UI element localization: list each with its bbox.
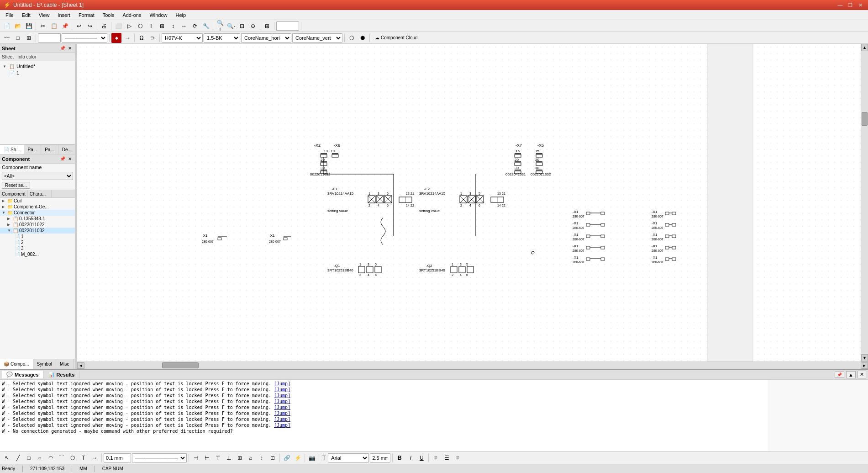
component-tool[interactable]: □ — [13, 33, 23, 43]
tree-pin-1[interactable]: 📄 1 — [0, 234, 75, 239]
tree-0022011022[interactable]: ▶ 📋 0022011022 — [0, 222, 75, 228]
menu-format[interactable]: Format — [75, 11, 98, 19]
draw-text-btn[interactable]: T — [79, 453, 89, 463]
draw-tool-4[interactable]: ⊥ — [224, 453, 234, 463]
c1-expand[interactable]: ▶ — [7, 217, 12, 221]
cut-button[interactable]: ✂ — [38, 21, 48, 31]
maximize-button[interactable]: ❐ — [846, 1, 854, 9]
msg-jump-3[interactable]: [Jump] — [274, 393, 290, 398]
tab-symbol[interactable]: Symbol — [33, 359, 56, 369]
close-button[interactable]: ✕ — [856, 1, 864, 9]
wire-tool[interactable]: 〰 — [2, 33, 12, 43]
expand-arrow[interactable]: ▼ — [3, 64, 7, 69]
msg-jump-2[interactable]: [Jump] — [274, 387, 290, 392]
draw-rect-btn[interactable]: □ — [24, 453, 34, 463]
draw-circle-btn[interactable]: ○ — [35, 453, 45, 463]
menu-help[interactable]: Help — [172, 11, 190, 19]
compge-expand[interactable]: ▶ — [2, 205, 6, 209]
open-button[interactable]: 📂 — [13, 21, 23, 31]
msg-jump-8[interactable]: [Jump] — [274, 423, 290, 428]
copy-button[interactable]: 📋 — [49, 21, 59, 31]
reset-button[interactable]: Reset se... — [2, 182, 30, 189]
component-panel-pin[interactable]: 📌 — [59, 156, 66, 162]
menu-window[interactable]: Window — [146, 11, 171, 19]
tab-results[interactable]: 📊 Results — [44, 371, 80, 378]
tab-de[interactable]: De... — [58, 145, 75, 154]
align-left-btn[interactable]: ≡ — [431, 453, 441, 463]
draw-tool-10[interactable]: ⚡ — [293, 453, 303, 463]
msg-jump-1[interactable]: [Jump] — [274, 381, 290, 386]
core-name-hori-select[interactable]: CoreName_hori — [241, 33, 291, 43]
sheet-panel-close[interactable]: ✕ — [67, 45, 73, 52]
component-name-select[interactable]: <All> — [2, 172, 73, 180]
tree-pin-3[interactable]: 📄 3 — [0, 245, 75, 251]
tab-messages[interactable]: 💬 Messages — [2, 371, 44, 378]
tree-m002[interactable]: 📄 M_002... — [0, 251, 75, 257]
route2-btn[interactable]: ⬢ — [358, 33, 368, 43]
tb-btn-6[interactable]: ↕ — [168, 21, 178, 31]
tab-sheet[interactable]: 📄 Sh... — [0, 145, 24, 154]
save-button[interactable]: 💾 — [24, 21, 34, 31]
minimize-button[interactable]: — — [836, 1, 844, 9]
cable-type-select[interactable]: H07V-K — [162, 33, 203, 43]
draw-select-btn[interactable]: ↖ — [2, 453, 12, 463]
v-scrollbar[interactable]: ▲ ▼ — [861, 44, 868, 361]
h-scrollbar[interactable]: ◄ ► — [77, 361, 868, 369]
scroll-left-button[interactable]: ◄ — [77, 362, 84, 369]
menu-addons[interactable]: Add-ons — [119, 11, 145, 19]
draw-tool-2[interactable]: ⊢ — [202, 453, 212, 463]
zoom-reset-button[interactable]: ⊙ — [248, 21, 258, 31]
text-size-input[interactable] — [370, 453, 390, 462]
menu-file[interactable]: File — [2, 11, 17, 19]
paste-button[interactable]: 📌 — [60, 21, 70, 31]
tb-btn-3[interactable]: ⬡ — [135, 21, 145, 31]
mm-input[interactable]: 0 mm — [276, 21, 299, 31]
tree-0022011032[interactable]: ▼ 📋 0022011032 — [0, 228, 75, 234]
sheet-panel-pin[interactable]: 📌 — [59, 45, 66, 52]
tree-connector[interactable]: ▼ 📁 Connector — [0, 210, 75, 216]
symbol-btn[interactable]: Ω — [137, 33, 147, 43]
tb-btn-8[interactable]: ⟳ — [190, 21, 200, 31]
tb-btn-7[interactable]: ↔ — [179, 21, 189, 31]
component-cloud-btn[interactable]: ☁ Component Cloud — [372, 33, 421, 43]
v-scroll-thumb[interactable] — [862, 112, 868, 126]
route-btn[interactable]: ⬡ — [347, 33, 357, 43]
scroll-right-button[interactable]: ► — [861, 362, 868, 369]
undo-button[interactable]: ↩ — [74, 21, 84, 31]
print-button[interactable]: 🖨 — [99, 21, 109, 31]
draw-arrow-btn[interactable]: → — [89, 453, 100, 463]
draw-line-style-select[interactable]: ───────────── — [132, 453, 187, 462]
line-width-input[interactable]: 0.1 mm — [38, 33, 61, 43]
core-name-vert-select[interactable]: CoreName_vert — [292, 33, 342, 43]
menu-edit[interactable]: Edit — [18, 11, 34, 19]
conn-btn[interactable]: ⊃ — [147, 33, 158, 43]
draw-tool-3[interactable]: ⊤ — [213, 453, 223, 463]
msg-jump-4[interactable]: [Jump] — [274, 399, 290, 404]
draw-line-width-input[interactable] — [104, 453, 131, 462]
tree-pin-2[interactable]: 📄 2 — [0, 239, 75, 245]
tb-btn-1[interactable]: ⬜ — [113, 21, 123, 31]
menu-insert[interactable]: Insert — [54, 11, 74, 19]
zoom-fit-button[interactable]: ⊡ — [237, 21, 247, 31]
new-button[interactable]: 📄 — [2, 21, 12, 31]
scroll-down-button[interactable]: ▼ — [861, 354, 868, 361]
c3-expand[interactable]: ▼ — [7, 229, 12, 233]
font-select[interactable]: Arial — [328, 453, 369, 462]
text-underline-btn[interactable]: U — [416, 453, 426, 463]
messages-pin-button[interactable]: 📌 — [835, 372, 844, 378]
messages-scroll-up[interactable]: ▲ — [846, 371, 856, 378]
align-center-btn[interactable]: ☰ — [442, 453, 452, 463]
tab-compo[interactable]: 📦 Compo... — [0, 359, 33, 369]
text-italic-btn[interactable]: I — [405, 453, 416, 463]
wire-size-select[interactable]: 1.5-BK — [204, 33, 240, 43]
zoom-out-button[interactable]: 🔍- — [226, 21, 236, 31]
draw-tool-1[interactable]: ⊣ — [191, 453, 201, 463]
schematic-canvas[interactable]: -X2 13 20 30 -X6 10 — [77, 44, 868, 361]
msg-jump-5[interactable]: [Jump] — [274, 405, 290, 410]
redo-button[interactable]: ↪ — [85, 21, 95, 31]
tree-coil[interactable]: ▶ 📁 Coil — [0, 198, 75, 204]
tree-component-ge[interactable]: ▶ 📁 Component-Ge... — [0, 204, 75, 210]
c2-expand[interactable]: ▶ — [7, 223, 12, 227]
component-panel-close[interactable]: ✕ — [67, 156, 73, 162]
tree-item-sheet1[interactable]: 📄 1 — [2, 69, 73, 76]
